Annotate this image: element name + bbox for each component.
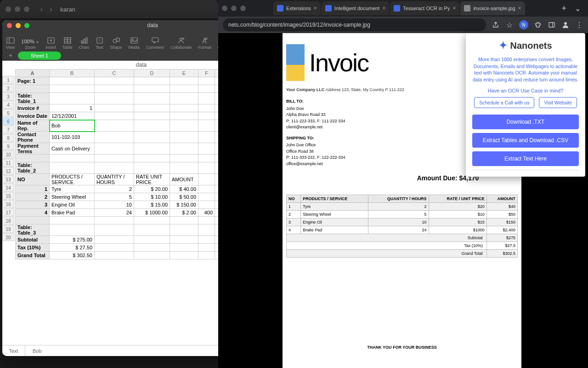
close-tab-icon[interactable]: × [518,5,521,12]
media-button[interactable]: Media [129,37,140,50]
table-row[interactable] [16,85,230,93]
close-icon[interactable] [7,23,12,28]
row-header[interactable]: 2 [2,84,14,92]
zoom-icon[interactable] [24,6,29,12]
table-row[interactable]: 3Engine Oil10$ 15.00$ 150.00 [16,201,230,209]
visit-website-button[interactable]: Visit Website [539,97,577,108]
table-row[interactable]: Invoice #1 [16,104,230,112]
browser-tab[interactable]: invoice-sample.jpg× [460,1,525,15]
back-icon[interactable]: ‹ [40,6,43,13]
row-header[interactable]: 1 [2,76,14,84]
minimize-icon[interactable] [231,6,237,11]
menu-icon[interactable]: ⋮ [575,21,583,29]
extensions-icon[interactable] [534,21,542,29]
row-header[interactable]: 12 [2,167,14,175]
url-input[interactable]: nets.com/blog/content/images/2019/12/inv… [223,18,486,31]
table-row[interactable]: Contact Phone101-102-103 [16,132,230,143]
share-icon[interactable] [492,21,500,29]
row-header[interactable]: 14 [2,184,14,191]
svg-point-19 [180,38,182,40]
table-row[interactable] [16,217,230,224]
text-button[interactable]: TText [96,37,104,50]
row-header[interactable]: 20 [2,233,14,241]
close-tab-icon[interactable]: × [452,5,456,12]
col-header[interactable]: D [134,69,170,77]
col-header[interactable]: E [170,69,198,77]
profile-icon[interactable] [561,21,570,29]
row-header[interactable]: 7 [2,126,14,133]
chrome-traffic-lights [222,6,246,11]
table-row[interactable]: Invoice Date12/12/2001 [16,112,230,120]
zoom-icon[interactable] [240,6,246,11]
finder-title: karan [60,6,75,13]
row-header[interactable]: 16 [2,200,14,208]
row-header[interactable]: 3 [2,92,14,100]
row-header[interactable]: 8 [2,134,14,142]
tab-title: Extensions [286,6,311,11]
schedule-call-button[interactable]: Schedule a Call with us [474,97,534,108]
row-header[interactable]: 13 [2,175,14,183]
extension-nanonets-icon[interactable]: N [519,20,528,29]
close-icon[interactable] [6,6,11,12]
col-header[interactable]: A [16,69,50,77]
download-txt-button[interactable]: Download .TXT [472,115,579,129]
spreadsheet-grid[interactable]: A B C D E F G Page: 1Table: Table_1Invoi… [15,69,230,259]
minimize-icon[interactable] [15,6,20,12]
zoom-select[interactable]: 100%⌄Zoom [21,38,39,50]
table-row[interactable]: Page: 1 [16,77,230,85]
new-tab-button[interactable]: + [557,4,571,13]
row-header[interactable]: 10 [2,150,14,158]
row-header[interactable]: 9 [2,142,14,150]
thank-you-text: THANK YOU FOR YOUR BUSINESS [283,345,521,350]
sheet-tab[interactable]: Sheet 1 [18,52,61,60]
row-header[interactable]: 11 [2,159,14,167]
col-header[interactable]: C [95,69,134,77]
star-icon[interactable]: ☆ [505,21,514,29]
row-header[interactable]: 17 [2,208,14,216]
insert-button[interactable]: Insert [46,37,57,50]
extract-text-button[interactable]: Extract Text Here [472,151,579,166]
panel-icon[interactable] [548,21,556,29]
collaborate-button[interactable]: Collaborate [170,37,192,50]
close-tab-icon[interactable]: × [382,5,385,12]
table-row[interactable] [16,155,230,162]
add-sheet-button[interactable]: + [6,52,15,60]
minimize-icon[interactable] [16,23,21,28]
view-button[interactable]: View [6,37,15,50]
table-row[interactable]: Grand Total$ 302.50 [16,252,230,259]
comment-button[interactable]: Comment [146,37,164,50]
col-header[interactable]: B [50,69,95,77]
row-header[interactable]: 19 [2,225,14,233]
close-tab-icon[interactable]: × [314,5,317,12]
table-row[interactable]: 4Brake Pad24$ 1000.00$ 2.00400 [16,209,230,217]
table-row[interactable]: Payment TermsCash on Delivery [16,143,230,155]
chart-button[interactable]: Chart [79,37,89,50]
row-header[interactable]: 18 [2,217,14,224]
col-header[interactable]: F [198,69,215,77]
table-row[interactable]: Name of Rep.Bob [16,120,230,132]
address-bar: nets.com/blog/content/images/2019/12/inv… [218,17,588,33]
close-icon[interactable] [222,6,227,11]
table-row[interactable]: NOPRODUCTS / SERVICEQUANTITY / HOURSRATE… [16,174,230,185]
browser-tab[interactable]: Tesseract OCR in Py× [390,1,459,15]
row-header[interactable]: 6 [2,117,14,125]
table-row[interactable]: Tax (10%)$ 27.50 [16,244,230,252]
table-row[interactable]: 2Steering Wheel5$ 10.00$ 50.00 [16,193,230,201]
browser-tab[interactable]: Extensions× [273,1,321,15]
format-button[interactable]: Format [198,37,211,50]
tab-dropdown-icon[interactable]: ⌄ [571,4,584,13]
table-button[interactable]: Table [62,37,73,50]
row-header[interactable]: 4 [2,101,14,109]
zoom-icon[interactable] [24,23,29,28]
forward-icon[interactable]: › [50,6,52,13]
row-header[interactable]: 5 [2,109,14,117]
table-row[interactable]: 1Tyre2$ 20.00$ 40.00 [16,185,230,193]
table-row[interactable]: Table: Table_2 [16,162,230,174]
table-row[interactable]: Subtotal$ 275.00 [16,236,230,244]
browser-tab[interactable]: Intelligent document× [322,1,389,15]
table-row[interactable]: Table: Table_3 [16,224,230,236]
extract-csv-button[interactable]: Extract Tables and Download .CSV [472,133,579,148]
row-header[interactable]: 15 [2,192,14,200]
shape-button[interactable]: Shape [110,37,122,50]
table-row[interactable]: Table: Table_1 [16,93,230,104]
